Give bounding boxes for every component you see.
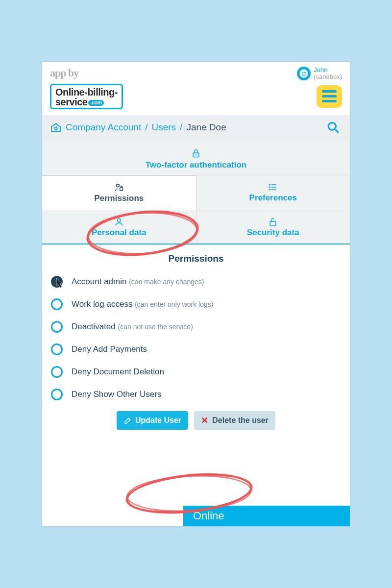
svg-point-14 [270, 187, 270, 188]
perm-label: Deny Add Payments [72, 344, 147, 354]
perm-item-account-admin: Account admin (can make any changes) [51, 276, 341, 288]
svg-rect-9 [120, 188, 122, 191]
logo-suffix: .com [88, 100, 103, 106]
tab-permissions[interactable]: Permissions [42, 175, 196, 210]
pointer-icon [51, 276, 66, 291]
permissions-list: Account admin (can make any changes) Wor… [51, 276, 341, 400]
perm-item-deny-document-deletion: Deny Document Deletion [51, 366, 341, 378]
update-user-button[interactable]: Update User [117, 411, 188, 430]
svg-text:2: 2 [195, 153, 196, 156]
perm-label: Work log access [72, 299, 132, 309]
menu-button[interactable] [317, 85, 342, 108]
perm-item-deactivated: Deactivated (can not use the service) [51, 321, 341, 333]
tab-permissions-label: Permissions [42, 194, 196, 203]
edit-icon [123, 416, 132, 425]
breadcrumb: Company Account / Users / Jane Doe [50, 122, 226, 133]
header: app by John (sandbox) Online-billing- [42, 62, 350, 109]
user-menu[interactable]: John (sandbox) [297, 67, 342, 81]
svg-point-3 [55, 127, 57, 129]
perm-item-deny-show-users: Deny Show Other Users [51, 389, 341, 400]
svg-point-0 [299, 69, 308, 78]
tab-security-label: Security data [196, 228, 350, 238]
search-icon [327, 121, 340, 134]
radio-deny-add-payments[interactable] [51, 343, 63, 355]
delete-user-button[interactable]: ✕ Delete the user [194, 411, 275, 430]
perm-item-work-log: Work log access (can enter only work log… [51, 298, 341, 310]
tab-security-data[interactable]: Security data [196, 210, 350, 244]
svg-point-16 [117, 219, 121, 222]
perm-label: Account admin [72, 277, 126, 286]
svg-point-13 [270, 184, 270, 185]
update-user-label: Update User [135, 416, 181, 425]
perm-hint: (can make any changes) [129, 278, 204, 286]
radio-deny-show-users[interactable] [51, 389, 63, 400]
logo[interactable]: Online-billing- service.com [50, 84, 123, 109]
online-label: Online [193, 510, 224, 522]
user-name: John [314, 67, 342, 74]
unlock-icon [196, 217, 350, 227]
panel-title: Permissions [51, 253, 341, 264]
svg-rect-17 [270, 221, 276, 225]
app-by-label: app by [50, 67, 78, 79]
radio-deactivated[interactable] [51, 321, 63, 333]
svg-point-2 [304, 72, 306, 74]
avatar-icon [299, 69, 309, 78]
perm-label: Deactivated [72, 322, 116, 331]
svg-point-15 [270, 189, 270, 190]
svg-point-1 [302, 72, 303, 74]
svg-point-4 [328, 122, 336, 130]
permissions-panel: Permissions Account admin (can make any … [42, 245, 350, 434]
home-icon [50, 122, 62, 133]
tab-two-factor[interactable]: 2 Two-factor authentication [42, 140, 350, 175]
perm-label: Deny Document Deletion [72, 367, 164, 376]
close-icon: ✕ [201, 415, 208, 426]
person-icon [42, 217, 196, 227]
lock-icon: 2 [42, 148, 350, 158]
tab-personal-data[interactable]: Personal data [42, 210, 196, 244]
online-status-bar[interactable]: Online [183, 506, 350, 526]
radio-account-admin[interactable] [51, 276, 63, 288]
perm-hint: (can not use the service) [118, 323, 193, 331]
breadcrumb-root[interactable]: Company Account [66, 122, 141, 133]
list-icon [196, 182, 350, 192]
logo-line2: service [55, 97, 87, 107]
hamburger-icon [322, 90, 337, 93]
tab-personal-label: Personal data [42, 228, 196, 238]
svg-point-8 [116, 184, 119, 187]
app-frame: app by John (sandbox) Online-billing- [42, 62, 350, 526]
perm-label: Deny Show Other Users [72, 390, 161, 399]
breadcrumb-users[interactable]: Users [151, 122, 176, 133]
breadcrumb-bar: Company Account / Users / Jane Doe [42, 115, 350, 140]
search-button[interactable] [324, 119, 342, 136]
tab-preferences-label: Preferences [196, 193, 350, 203]
perm-hint: (can enter only work logs) [135, 300, 213, 308]
tab-two-factor-label: Two-factor authentication [42, 160, 350, 170]
perm-item-deny-add-payments: Deny Add Payments [51, 343, 341, 355]
tab-preferences[interactable]: Preferences [196, 175, 350, 210]
user-environment: (sandbox) [314, 74, 342, 80]
radio-deny-document-deletion[interactable] [51, 366, 63, 378]
logo-line1: Online-billing- [55, 87, 118, 97]
tab-area: 2 Two-factor authentication Permissions [42, 140, 350, 245]
svg-line-5 [335, 129, 339, 133]
radio-work-log[interactable] [51, 298, 63, 310]
avatar [297, 67, 311, 80]
breadcrumb-current: Jane Doe [186, 122, 226, 133]
delete-user-label: Delete the user [212, 416, 269, 425]
action-buttons: Update User ✕ Delete the user [51, 411, 341, 434]
user-lock-icon [42, 183, 196, 193]
